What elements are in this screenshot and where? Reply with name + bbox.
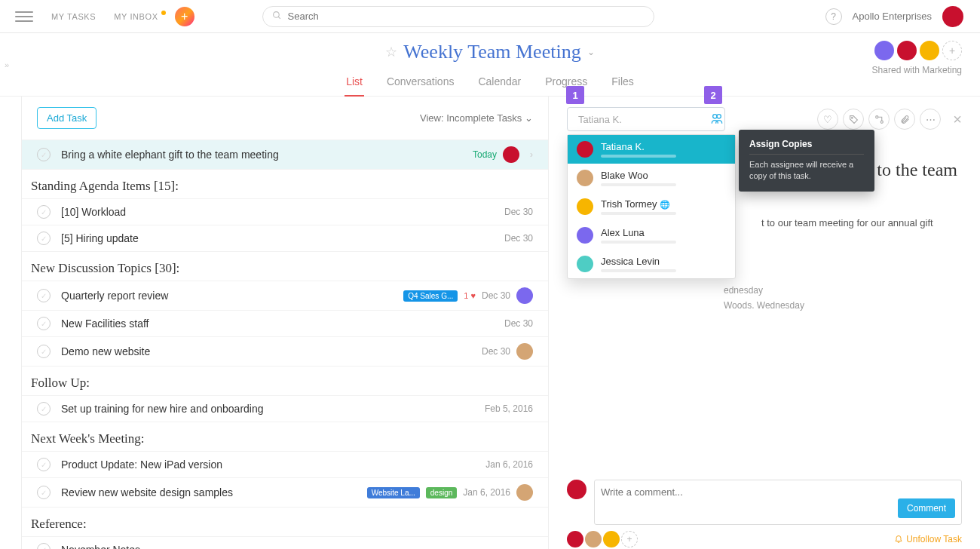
person-avatar xyxy=(577,141,593,158)
user-avatar[interactable] xyxy=(942,6,963,27)
task-row[interactable]: Product Update: New iPad version Jan 6, … xyxy=(22,451,548,477)
section-heading[interactable]: Standing Agenda Items [15]: xyxy=(22,169,548,198)
task-row[interactable]: Bring a white elephant gift to the team … xyxy=(22,140,548,169)
tab-files[interactable]: Files xyxy=(610,71,635,96)
task-row[interactable]: Demo new website Dec 30 xyxy=(22,336,548,366)
shared-with-label[interactable]: Shared with Marketing xyxy=(872,65,962,75)
tag-icon[interactable] xyxy=(843,109,864,130)
task-date: Dec 30 xyxy=(504,318,533,329)
workspace-name[interactable]: Apollo Enterprises xyxy=(853,11,933,22)
member-avatar[interactable] xyxy=(874,41,894,60)
detail-toolbar: Tatiana K. Blake Woo Trish Tormey 🌐 Alex… xyxy=(567,107,962,131)
multi-assign-icon[interactable] xyxy=(711,113,723,126)
dropdown-item[interactable]: Tatiana K. xyxy=(568,135,735,164)
complete-check-icon[interactable] xyxy=(37,458,51,471)
member-avatar[interactable] xyxy=(897,41,917,60)
complete-check-icon[interactable] xyxy=(37,289,51,302)
comment-button[interactable]: Comment xyxy=(898,498,955,518)
task-row[interactable]: New Facilities staff Dec 30 xyxy=(22,310,548,336)
add-task-button[interactable]: Add Task xyxy=(37,107,96,129)
task-detail-description: t to our team meeting for our annual gif… xyxy=(761,217,957,228)
complete-check-icon[interactable] xyxy=(37,205,51,219)
assignee-avatar xyxy=(516,287,533,304)
task-detail-pane: Tatiana K. Blake Woo Trish Tormey 🌐 Alex… xyxy=(549,97,980,549)
help-icon[interactable]: ? xyxy=(825,8,842,25)
assignee-avatar xyxy=(503,146,519,163)
close-detail-icon[interactable]: × xyxy=(953,111,962,128)
task-row[interactable]: [10] Workload Dec 30 xyxy=(22,198,548,225)
section-heading[interactable]: Follow Up: xyxy=(22,366,548,395)
section-heading[interactable]: New Discussion Topics [30]: xyxy=(22,251,548,281)
section-heading[interactable]: Reference: xyxy=(22,507,548,536)
task-date: Jan 6, 2016 xyxy=(463,487,510,498)
tab-conversations[interactable]: Conversations xyxy=(385,71,456,96)
tab-calendar[interactable]: Calendar xyxy=(476,71,522,96)
svg-line-1 xyxy=(278,17,280,19)
assignee-avatar xyxy=(516,484,533,501)
comment-box[interactable]: Comment xyxy=(594,480,962,525)
add-member-button[interactable]: + xyxy=(942,41,962,60)
add-follower-button[interactable]: + xyxy=(621,531,638,547)
task-date: Dec 30 xyxy=(482,290,510,301)
task-row[interactable]: Set up training for new hire and onboard… xyxy=(22,395,548,422)
dropdown-item[interactable]: Blake Woo xyxy=(568,164,735,192)
person-avatar xyxy=(577,227,593,244)
complete-check-icon[interactable] xyxy=(37,317,51,330)
person-name: Tatiana K. xyxy=(601,141,676,152)
heart-icon[interactable]: ♡ xyxy=(817,109,838,130)
assignee-input-wrap[interactable] xyxy=(567,107,725,131)
complete-check-icon[interactable] xyxy=(37,543,51,549)
svg-point-2 xyxy=(713,114,717,118)
task-row[interactable]: Review new website design samples Websit… xyxy=(22,477,548,507)
complete-check-icon[interactable] xyxy=(37,232,51,245)
attachment-icon[interactable] xyxy=(894,109,915,130)
person-name: Alex Luna xyxy=(601,227,676,238)
task-followers: + xyxy=(567,531,638,547)
heart-icon[interactable]: 1 ♥ xyxy=(464,291,476,300)
star-icon[interactable]: ☆ xyxy=(385,44,397,60)
complete-check-icon[interactable] xyxy=(37,148,51,161)
complete-check-icon[interactable] xyxy=(37,402,51,416)
complete-check-icon[interactable] xyxy=(37,345,51,358)
callout-2: 2 xyxy=(704,86,722,104)
svg-point-4 xyxy=(851,117,853,118)
task-row[interactable]: November Notes xyxy=(22,536,548,549)
meta-line: ednesday xyxy=(724,285,957,296)
complete-check-icon[interactable] xyxy=(37,486,51,499)
task-date: Today xyxy=(473,149,497,160)
tab-list[interactable]: List xyxy=(345,71,364,97)
search-input-wrap[interactable] xyxy=(262,6,654,27)
task-name: [10] Workload xyxy=(61,206,504,218)
task-tag[interactable]: design xyxy=(426,487,457,498)
task-name: November Notes xyxy=(61,544,533,549)
nav-my-tasks[interactable]: MY TASKS xyxy=(42,12,105,21)
task-tag[interactable]: Q4 Sales G... xyxy=(403,290,458,302)
task-row[interactable]: Quarterly report review Q4 Sales G... 1 … xyxy=(22,281,548,310)
search-input[interactable] xyxy=(288,11,645,22)
unfollow-link[interactable]: Unfollow Task xyxy=(894,534,962,545)
assignee-input[interactable] xyxy=(578,114,705,125)
project-dropdown-icon[interactable]: ⌄ xyxy=(587,47,595,57)
project-title[interactable]: Weekly Team Meeting xyxy=(403,41,580,63)
task-row[interactable]: [5] Hiring update Dec 30 xyxy=(22,225,548,251)
menu-toggle-icon[interactable] xyxy=(15,8,33,26)
more-icon[interactable]: ⋯ xyxy=(920,109,941,130)
view-selector[interactable]: View: Incomplete Tasks ⌄ xyxy=(420,112,533,124)
chevron-down-icon: ⌄ xyxy=(525,112,533,124)
member-avatar[interactable] xyxy=(920,41,939,60)
dropdown-item[interactable]: Trish Tormey 🌐 xyxy=(568,192,735,221)
task-tag[interactable]: Website La... xyxy=(367,487,420,498)
global-add-button[interactable]: + xyxy=(175,7,194,26)
dropdown-item[interactable]: Jessica Levin xyxy=(568,250,735,278)
subtask-icon[interactable] xyxy=(868,109,890,130)
follower-avatar[interactable] xyxy=(585,531,602,547)
task-name: New Facilities staff xyxy=(61,317,504,330)
dropdown-item[interactable]: Alex Luna xyxy=(568,221,735,250)
tooltip-body: Each assignee will receive a copy of thi… xyxy=(749,159,864,182)
follower-avatar[interactable] xyxy=(567,531,583,547)
person-name: Trish Tormey 🌐 xyxy=(601,198,676,210)
section-heading[interactable]: Next Week's Meeting: xyxy=(22,422,548,451)
task-name: Review new website design samples xyxy=(61,486,367,498)
follower-avatar[interactable] xyxy=(603,531,620,547)
nav-my-inbox[interactable]: MY INBOX xyxy=(105,12,167,21)
